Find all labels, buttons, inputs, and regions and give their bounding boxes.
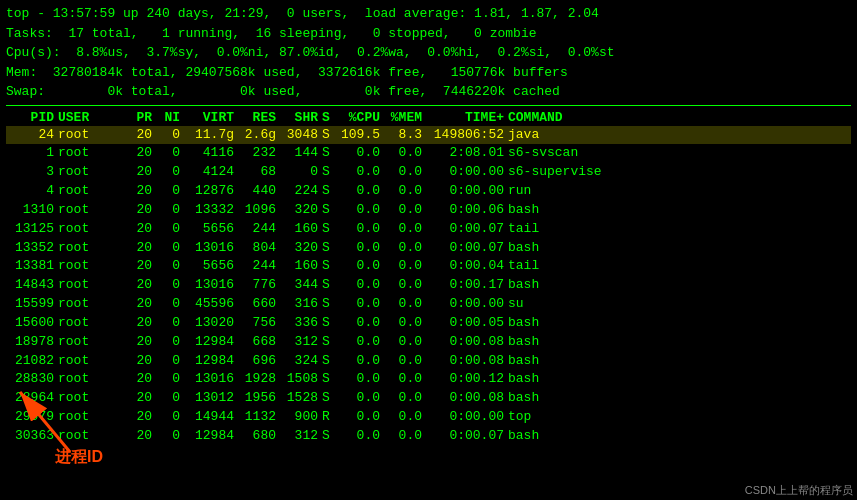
table-row: 24 root 20 0 11.7g 2.6g 3048 S 109.5 8.3… <box>6 126 851 145</box>
cell-s: R <box>322 408 340 427</box>
cell-time: 0:00.08 <box>426 389 508 408</box>
cell-s: S <box>322 427 340 446</box>
cell-cmd: bash <box>508 314 851 333</box>
cell-ni: 0 <box>156 257 184 276</box>
cell-time: 0:00.08 <box>426 352 508 371</box>
cell-ni: 0 <box>156 163 184 182</box>
cell-mem: 0.0 <box>384 370 426 389</box>
cell-pid: 4 <box>6 182 58 201</box>
cell-time: 149806:52 <box>426 126 508 145</box>
cell-pid: 14843 <box>6 276 58 295</box>
cell-virt: 13016 <box>184 276 238 295</box>
cell-ni: 0 <box>156 276 184 295</box>
cell-res: 232 <box>238 144 280 163</box>
col-header-ni: NI <box>156 110 184 125</box>
cell-cmd: tail <box>508 220 851 239</box>
cell-ni: 0 <box>156 201 184 220</box>
annotation-label: 进程ID <box>55 447 103 468</box>
cell-pr: 20 <box>128 276 156 295</box>
cell-virt: 13012 <box>184 389 238 408</box>
cell-pr: 20 <box>128 352 156 371</box>
cell-pid: 21082 <box>6 352 58 371</box>
cell-s: S <box>322 352 340 371</box>
cell-shr: 160 <box>280 220 322 239</box>
cell-pr: 20 <box>128 163 156 182</box>
cell-cpu: 0.0 <box>340 276 384 295</box>
cell-mem: 0.0 <box>384 295 426 314</box>
cell-user: root <box>58 163 128 182</box>
cell-user: root <box>58 239 128 258</box>
cell-mem: 0.0 <box>384 239 426 258</box>
cell-shr: 3048 <box>280 126 322 145</box>
cell-time: 0:00.04 <box>426 257 508 276</box>
cell-cpu: 0.0 <box>340 220 384 239</box>
cell-cmd: bash <box>508 333 851 352</box>
cell-user: root <box>58 201 128 220</box>
cell-res: 696 <box>238 352 280 371</box>
cell-cmd: bash <box>508 276 851 295</box>
cell-res: 440 <box>238 182 280 201</box>
cell-shr: 144 <box>280 144 322 163</box>
cell-res: 1132 <box>238 408 280 427</box>
cell-cmd: bash <box>508 352 851 371</box>
cell-cpu: 0.0 <box>340 239 384 258</box>
cell-shr: 344 <box>280 276 322 295</box>
table-row: 3 root 20 0 4124 68 0 S 0.0 0.0 0:00.00 … <box>6 163 851 182</box>
cell-user: root <box>58 276 128 295</box>
cell-pr: 20 <box>128 370 156 389</box>
cell-pr: 20 <box>128 314 156 333</box>
cell-cmd: bash <box>508 239 851 258</box>
cell-shr: 312 <box>280 333 322 352</box>
col-header-pid: PID <box>6 110 58 125</box>
cell-user: root <box>58 144 128 163</box>
cell-shr: 0 <box>280 163 322 182</box>
header-line-1: top - 13:57:59 up 240 days, 21:29, 0 use… <box>6 4 851 24</box>
process-table: 24 root 20 0 11.7g 2.6g 3048 S 109.5 8.3… <box>6 126 851 446</box>
cell-res: 244 <box>238 220 280 239</box>
cell-virt: 5656 <box>184 220 238 239</box>
cell-mem: 0.0 <box>384 182 426 201</box>
cell-virt: 4124 <box>184 163 238 182</box>
cell-cpu: 0.0 <box>340 352 384 371</box>
cell-virt: 12984 <box>184 333 238 352</box>
table-header-row: PID USER PR NI VIRT RES SHR S %CPU %MEM … <box>6 109 851 126</box>
cell-cpu: 0.0 <box>340 427 384 446</box>
header-line-5: Swap: 0k total, 0k used, 0k free, 744622… <box>6 82 851 102</box>
header-line-2: Tasks: 17 total, 1 running, 16 sleeping,… <box>6 24 851 44</box>
cell-s: S <box>322 389 340 408</box>
cell-ni: 0 <box>156 220 184 239</box>
cell-ni: 0 <box>156 314 184 333</box>
cell-ni: 0 <box>156 408 184 427</box>
cell-pid: 18978 <box>6 333 58 352</box>
cell-ni: 0 <box>156 370 184 389</box>
table-row: 15599 root 20 0 45596 660 316 S 0.0 0.0 … <box>6 295 851 314</box>
cell-user: root <box>58 257 128 276</box>
cell-mem: 0.0 <box>384 220 426 239</box>
cell-res: 1956 <box>238 389 280 408</box>
cell-s: S <box>322 314 340 333</box>
col-header-s: S <box>322 110 340 125</box>
cell-time: 0:00.08 <box>426 333 508 352</box>
cell-virt: 13020 <box>184 314 238 333</box>
cell-mem: 0.0 <box>384 201 426 220</box>
cell-time: 0:00.07 <box>426 427 508 446</box>
cell-s: S <box>322 182 340 201</box>
cell-time: 0:00.00 <box>426 182 508 201</box>
cell-shr: 320 <box>280 201 322 220</box>
cell-cmd: run <box>508 182 851 201</box>
cell-time: 0:00.07 <box>426 239 508 258</box>
cell-pid: 15600 <box>6 314 58 333</box>
terminal: top - 13:57:59 up 240 days, 21:29, 0 use… <box>0 0 857 500</box>
cell-res: 776 <box>238 276 280 295</box>
cell-mem: 0.0 <box>384 276 426 295</box>
cell-s: S <box>322 257 340 276</box>
cell-time: 0:00.00 <box>426 163 508 182</box>
cell-cpu: 0.0 <box>340 201 384 220</box>
cell-shr: 224 <box>280 182 322 201</box>
cell-user: root <box>58 333 128 352</box>
cell-virt: 11.7g <box>184 126 238 145</box>
cell-pid: 13381 <box>6 257 58 276</box>
cell-virt: 12876 <box>184 182 238 201</box>
col-header-cpu: %CPU <box>340 110 384 125</box>
cell-res: 804 <box>238 239 280 258</box>
